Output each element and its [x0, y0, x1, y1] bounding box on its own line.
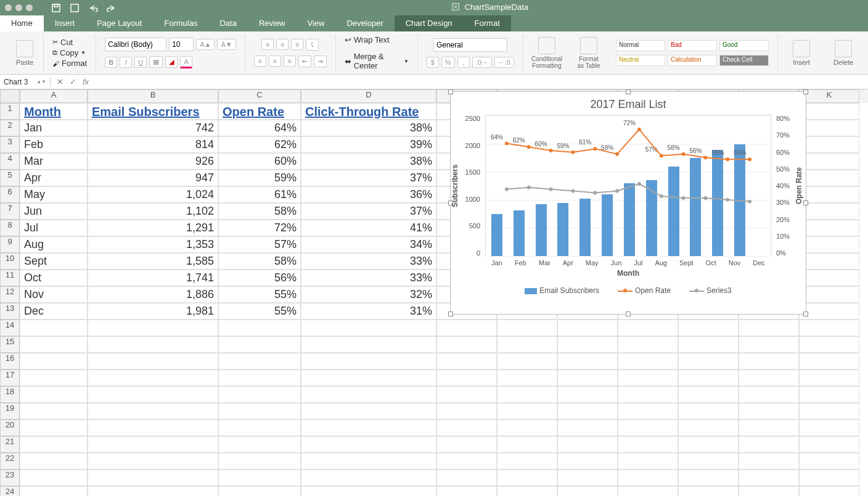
cell[interactable]: [497, 403, 557, 420]
cell[interactable]: [678, 469, 739, 486]
cell[interactable]: [20, 370, 88, 386]
plot-area[interactable]: 64%62%60%59%61%58%72%57%58%56%55%55%: [485, 115, 771, 257]
cell[interactable]: [497, 486, 557, 496]
cell[interactable]: [799, 170, 859, 186]
row-header[interactable]: 10: [0, 253, 20, 270]
cell[interactable]: [739, 420, 799, 436]
cell[interactable]: [218, 336, 301, 353]
cell[interactable]: [301, 336, 436, 353]
row-header[interactable]: 12: [0, 286, 20, 303]
cell[interactable]: [557, 403, 618, 420]
row-header[interactable]: 4: [0, 153, 20, 170]
cell[interactable]: [557, 436, 618, 453]
cell[interactable]: [799, 370, 859, 386]
currency-icon[interactable]: $: [427, 57, 439, 68]
cell[interactable]: [20, 486, 88, 496]
cell[interactable]: [739, 370, 799, 386]
cell[interactable]: [618, 420, 678, 436]
cell[interactable]: [618, 436, 678, 453]
cell[interactable]: 62%: [218, 136, 301, 153]
cell[interactable]: [88, 420, 218, 436]
save-icon[interactable]: [51, 3, 61, 13]
cell[interactable]: [497, 320, 557, 336]
cell[interactable]: [301, 320, 436, 336]
cell[interactable]: 1,886: [88, 286, 218, 303]
copy-label[interactable]: Copy: [60, 48, 78, 57]
row-header[interactable]: 1: [0, 103, 20, 120]
cell[interactable]: 926: [88, 153, 218, 170]
cell[interactable]: [799, 253, 859, 270]
cell[interactable]: 32%: [301, 286, 436, 303]
cell[interactable]: [799, 453, 859, 469]
conditional-formatting-button[interactable]: Conditional Formatting: [532, 35, 562, 72]
bold-button[interactable]: B: [105, 57, 117, 68]
align-center-icon[interactable]: ≡: [269, 56, 281, 67]
merge-icon[interactable]: ⬌: [345, 57, 351, 66]
cell[interactable]: [557, 353, 618, 370]
cell[interactable]: 58%: [218, 253, 301, 270]
cell[interactable]: [218, 370, 301, 386]
cell[interactable]: [678, 486, 739, 496]
cell[interactable]: Jul: [20, 220, 88, 236]
row-header[interactable]: 19: [0, 403, 20, 420]
cell[interactable]: [799, 120, 859, 136]
tab-chart-design[interactable]: Chart Design: [395, 15, 464, 31]
cell[interactable]: [218, 386, 301, 403]
wrap-text-label[interactable]: Wrap Text: [354, 35, 390, 44]
cell[interactable]: [799, 403, 859, 420]
cell[interactable]: 31%: [301, 303, 436, 320]
cell[interactable]: Oct: [20, 270, 88, 286]
cell[interactable]: [436, 453, 497, 469]
cell[interactable]: 33%: [301, 253, 436, 270]
cell[interactable]: [618, 469, 678, 486]
cell[interactable]: Apr: [20, 170, 88, 186]
cell[interactable]: [497, 386, 557, 403]
row-header[interactable]: 11: [0, 270, 20, 286]
row-header[interactable]: 5: [0, 170, 20, 186]
cell[interactable]: [20, 469, 88, 486]
cell[interactable]: [799, 270, 859, 286]
col-header[interactable]: D: [301, 89, 436, 103]
row-header[interactable]: 18: [0, 386, 20, 403]
cell[interactable]: [799, 386, 859, 403]
row-header[interactable]: 24: [0, 486, 20, 496]
chart-legend[interactable]: Email Subscribers Open Rate Series3: [451, 286, 806, 295]
row-header[interactable]: 15: [0, 336, 20, 353]
auto-save-icon[interactable]: [70, 3, 80, 13]
paste-button[interactable]: Paste: [10, 35, 39, 72]
align-right-icon[interactable]: ≡: [284, 56, 296, 67]
row-header[interactable]: 13: [0, 303, 20, 320]
cell[interactable]: 36%: [301, 186, 436, 203]
align-left-icon[interactable]: ≡: [254, 56, 266, 67]
cell[interactable]: [678, 336, 739, 353]
cell[interactable]: [557, 469, 618, 486]
format-as-table-button[interactable]: Format as Table: [574, 35, 604, 72]
row-header[interactable]: 17: [0, 370, 20, 386]
cell[interactable]: [618, 453, 678, 469]
cell[interactable]: [799, 320, 859, 336]
cell[interactable]: Aug: [20, 236, 88, 253]
embedded-chart[interactable]: 2017 Email List Subscribers 250020001500…: [450, 91, 806, 315]
cell[interactable]: [739, 436, 799, 453]
merge-label[interactable]: Merge & Center: [354, 52, 401, 70]
row-header[interactable]: 23: [0, 469, 20, 486]
cell[interactable]: [497, 370, 557, 386]
cell[interactable]: [20, 353, 88, 370]
cell[interactable]: [799, 420, 859, 436]
cell[interactable]: 1,353: [88, 236, 218, 253]
cell[interactable]: [88, 320, 218, 336]
cell[interactable]: [436, 353, 497, 370]
cell[interactable]: [557, 453, 618, 469]
border-button[interactable]: ▦: [149, 56, 163, 68]
cell[interactable]: [557, 386, 618, 403]
col-header[interactable]: C: [218, 89, 301, 103]
cell[interactable]: [678, 403, 739, 420]
cut-icon[interactable]: ✂: [52, 38, 58, 46]
cell-style-check-cell[interactable]: Check Cell: [719, 55, 769, 66]
cell[interactable]: [436, 469, 497, 486]
cell-style-good[interactable]: Good: [719, 40, 769, 51]
tab-view[interactable]: View: [297, 15, 336, 31]
tab-data[interactable]: Data: [208, 15, 247, 31]
fill-color-button[interactable]: ◢: [165, 56, 178, 68]
cell[interactable]: Open Rate: [218, 103, 301, 120]
